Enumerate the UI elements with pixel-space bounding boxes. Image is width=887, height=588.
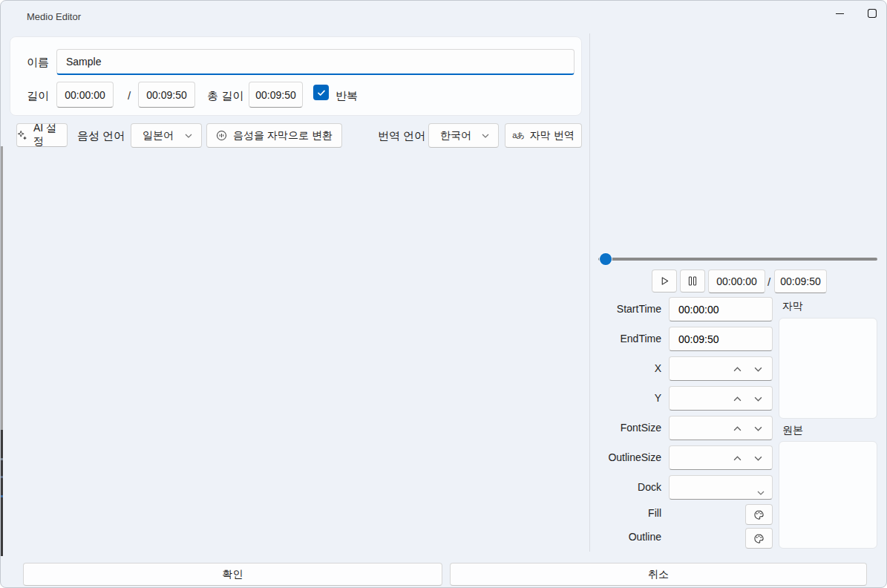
translate-language-value: 한국어 (440, 129, 471, 143)
endtime-field[interactable] (669, 327, 773, 351)
cancel-button[interactable]: 취소 (450, 563, 867, 586)
subtitle-translate-button[interactable]: aあ 자막 번역 (505, 123, 582, 148)
original-list-label: 원본 (782, 424, 803, 437)
outlinesize-label: OutlineSize (591, 445, 661, 470)
y-label: Y (591, 386, 661, 411)
outline-label: Outline (591, 526, 661, 547)
x-numberbox[interactable] (669, 356, 773, 381)
subtitle-listbox[interactable] (779, 318, 877, 419)
original-listbox[interactable] (779, 441, 877, 549)
x-spin-down-button[interactable] (748, 360, 767, 379)
ai-settings-button[interactable]: AI 설정 (16, 123, 68, 147)
minimize-button[interactable] (823, 2, 856, 24)
ai-sparkle-icon (17, 130, 27, 140)
voice-language-value: 일본어 (143, 129, 174, 143)
starttime-label: StartTime (591, 297, 661, 321)
player-time-slash: / (767, 275, 770, 288)
endtime-input[interactable] (670, 327, 772, 350)
fill-color-button[interactable] (745, 504, 773, 525)
subtitle-translate-label: 자막 번역 (530, 129, 575, 143)
fontsize-spin-down-button[interactable] (748, 419, 767, 438)
starttime-input[interactable] (670, 298, 772, 321)
player-current-time[interactable] (708, 270, 765, 293)
subtitle-list-label: 자막 (782, 300, 803, 313)
voice-language-select[interactable]: 일본어 (131, 123, 202, 148)
translate-language-label: 번역 언어 (378, 123, 425, 148)
translate-language-select[interactable]: 한국어 (428, 123, 499, 148)
x-label: X (591, 356, 661, 381)
chevron-down-icon (754, 396, 762, 402)
chevron-down-icon (754, 456, 762, 461)
outlinesize-numberbox[interactable] (669, 445, 773, 470)
background-window-edge (1, 146, 3, 430)
background-taskbar-edge (1, 430, 3, 556)
seek-slider-track[interactable] (598, 258, 877, 261)
maximize-button[interactable] (856, 2, 887, 24)
x-spin-up-button[interactable] (727, 360, 747, 379)
repeat-checkbox[interactable] (313, 85, 329, 100)
chevron-down-icon (757, 486, 765, 497)
medio-editor-window: Medio Editor 이름 길이 / 총 길이 반복 AI 설정 음성 언어… (0, 0, 887, 588)
voice-language-label: 음성 언어 (77, 123, 125, 148)
chevron-up-icon (733, 426, 742, 431)
chevron-down-icon (754, 426, 762, 431)
ai-settings-label: AI 설정 (33, 122, 67, 148)
dock-label: Dock (591, 475, 661, 500)
voice-to-subtitle-button[interactable]: 음성을 자막으로 변환 (206, 123, 342, 148)
length-label: 길이 (27, 89, 49, 103)
length-total-input[interactable] (138, 82, 195, 108)
player-total-time[interactable] (774, 270, 827, 293)
starttime-field[interactable] (669, 297, 773, 321)
voice-to-subtitle-label: 음성을 자막으로 변환 (233, 129, 333, 143)
length-slash: / (128, 89, 131, 102)
maximize-icon (868, 9, 877, 18)
check-icon (317, 88, 326, 97)
palette-icon (753, 509, 765, 520)
clip-info-card: 이름 길이 / 총 길이 반복 (10, 36, 582, 116)
voice-icon (216, 130, 227, 141)
outline-color-button[interactable] (745, 528, 773, 549)
name-input[interactable] (56, 49, 575, 75)
outlinesize-spin-down-button[interactable] (748, 449, 767, 468)
total-length-label: 총 길이 (207, 89, 243, 103)
total-length-input[interactable] (249, 82, 303, 108)
play-icon (660, 276, 670, 286)
window-title: Medio Editor (27, 11, 81, 22)
chevron-down-icon (754, 367, 762, 372)
fill-label: Fill (591, 503, 661, 523)
panel-divider (589, 33, 590, 552)
pause-button[interactable] (680, 270, 705, 293)
name-label: 이름 (27, 56, 49, 70)
play-button[interactable] (652, 270, 677, 293)
repeat-label: 반복 (336, 89, 358, 103)
palette-icon (753, 533, 765, 544)
chevron-down-icon (482, 134, 489, 138)
pause-icon (688, 276, 697, 286)
translate-icon: aあ (512, 130, 523, 141)
ok-button[interactable]: 확인 (23, 563, 442, 586)
dock-select[interactable] (669, 475, 773, 500)
fontsize-label: FontSize (591, 416, 661, 440)
fontsize-numberbox[interactable] (669, 416, 773, 440)
minimize-icon (836, 10, 844, 18)
chevron-down-icon (185, 134, 192, 138)
chevron-up-icon (733, 456, 742, 461)
y-spin-up-button[interactable] (727, 390, 747, 408)
seek-slider-thumb[interactable] (600, 253, 612, 265)
chevron-up-icon (733, 367, 742, 372)
length-current-input[interactable] (56, 82, 114, 108)
y-numberbox[interactable] (669, 386, 773, 411)
y-spin-down-button[interactable] (748, 390, 767, 408)
chevron-up-icon (733, 396, 742, 402)
endtime-label: EndTime (591, 327, 661, 351)
outlinesize-spin-up-button[interactable] (727, 449, 747, 468)
fontsize-spin-up-button[interactable] (727, 419, 747, 438)
